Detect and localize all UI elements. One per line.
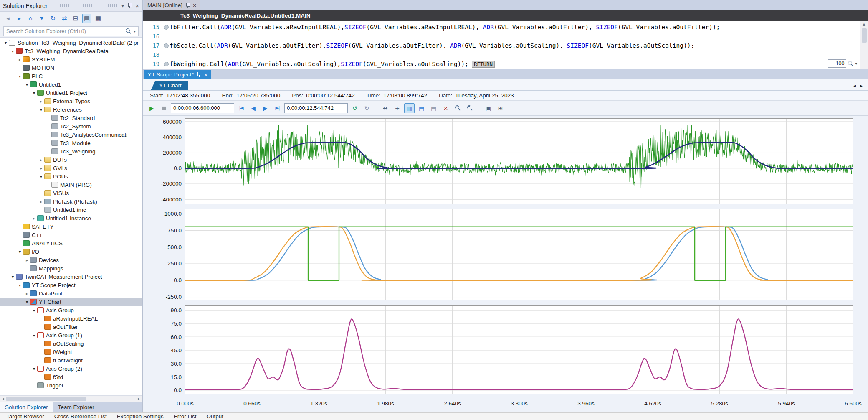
chart-plot[interactable]: 6000004000002000000.0-200000-400000 — [147, 118, 862, 204]
breadcrumb[interactable]: Tc3_Weighing_DynamicRealData.Untitled1.M… — [143, 10, 868, 21]
pin-icon[interactable] — [127, 3, 132, 9]
code-text[interactable]: fbWeighing.Call(ADR(GVL_Variables.aOutSc… — [170, 61, 495, 67]
refresh-view-button[interactable]: ↻ — [362, 103, 372, 113]
expander-icon[interactable]: ▸ — [38, 199, 44, 204]
bottom-tab-exception-settings[interactable]: Exception Settings — [112, 413, 168, 420]
expander-icon[interactable]: ▸ — [24, 291, 30, 296]
expander-icon[interactable]: ▾ — [3, 41, 9, 45]
chart-plot[interactable]: 90.075.060.045.030.015.00.0 — [147, 305, 862, 394]
pause-button[interactable]: ▮▮ — [159, 103, 169, 113]
tree-item-untitled1-instance[interactable]: ▸Untitled1 Instance — [0, 214, 142, 222]
panel-layout-button[interactable]: ⊞ — [495, 103, 506, 113]
tree-item-untitled1[interactable]: ▾Untitled1 — [0, 80, 142, 89]
tree-item-trigger[interactable]: Trigger — [0, 381, 142, 389]
jump-end-button[interactable]: ▶| — [272, 103, 283, 113]
code-line-18[interactable]: 18 — [143, 50, 868, 59]
tree-item-motion[interactable]: MOTION — [0, 64, 142, 72]
tree-item-axis-group-1[interactable]: ▾Axis Group (1) — [0, 331, 142, 339]
view-window-input[interactable] — [171, 103, 234, 113]
pin-icon[interactable] — [185, 2, 190, 8]
tree-item-twincat-measurement-project[interactable]: ▾TwinCAT Measurement Project — [0, 272, 142, 281]
tree-item-fstd[interactable]: fStd — [0, 373, 142, 381]
pin-icon[interactable] — [197, 71, 201, 78]
window-position-icon[interactable]: ▾ — [121, 3, 124, 8]
tree-item-untitled1-project[interactable]: ▾Untitled1 Project — [0, 89, 142, 97]
back-icon[interactable]: ◂ — [3, 14, 13, 23]
tree-item-aoutfilter[interactable]: aOutFilter — [0, 323, 142, 331]
expander-icon[interactable]: ▾ — [10, 275, 16, 279]
tree-item-plc[interactable]: ▾PLC — [0, 72, 142, 80]
code-text[interactable]: fbFilter.Call(ADR(GVL_Variables.aRawInpu… — [170, 24, 720, 31]
scrollbar-thumb[interactable] — [862, 28, 867, 43]
tree-item-tc2-system[interactable]: Tc2_System — [0, 122, 142, 130]
search-input[interactable] — [6, 28, 123, 34]
expander-icon[interactable]: ▾ — [24, 82, 30, 87]
step-forward-button[interactable]: ▶ — [260, 103, 271, 113]
scroll-left-icon[interactable]: ◂ — [0, 397, 6, 401]
close-icon[interactable]: × — [204, 72, 208, 78]
tree-item-axis-group-2[interactable]: ▾Axis Group (2) — [0, 364, 142, 373]
tree-item-solution-tc3-weighing-dynamicrealdata-2-pr[interactable]: ▾Solution 'Tc3_Weighing_DynamicRealData'… — [0, 38, 142, 47]
collapse-all-icon[interactable]: ⊟ — [71, 14, 80, 23]
expander-icon[interactable]: ▾ — [17, 74, 23, 79]
expander-icon[interactable]: ▸ — [24, 258, 30, 262]
tree-item-tc3-analyticscommunicati[interactable]: Tc3_AnalyticsCommunicati — [0, 130, 142, 139]
bottom-tab-cross-reference-list[interactable]: Cross Reference List — [50, 413, 111, 420]
tree-item-tc2-standard[interactable]: Tc2_Standard — [0, 114, 142, 122]
code-line-16[interactable]: 16 — [143, 32, 868, 41]
properties-icon[interactable]: ▦ — [94, 14, 103, 23]
breakpoint-marker[interactable] — [163, 43, 170, 48]
bottom-tab-output[interactable]: Output — [202, 413, 228, 420]
expander-icon[interactable]: ▾ — [31, 308, 37, 313]
expander-icon[interactable]: ▸ — [38, 166, 44, 171]
expander-icon[interactable]: ▾ — [31, 367, 37, 371]
tree-item-yt-scope-project[interactable]: ▾YT Scope Project — [0, 281, 142, 289]
expander-icon[interactable]: ▾ — [38, 107, 44, 112]
tree-item-tc3-module[interactable]: Tc3_Module — [0, 139, 142, 147]
refresh-icon[interactable]: ↻ — [48, 14, 58, 23]
chart-cursor-x-button[interactable]: ▤ — [416, 103, 427, 113]
breakpoint-marker[interactable] — [163, 25, 170, 30]
chart-raw-filter[interactable]: 6000004000002000000.0-200000-400000 — [147, 118, 862, 204]
scrollbar-thumb[interactable] — [6, 397, 86, 401]
tree-item-aoutscaling[interactable]: aOutScaling — [0, 339, 142, 348]
tab-main-online[interactable]: MAIN [Online] × — [144, 0, 200, 10]
tree-item-system[interactable]: ▸SYSTEM — [0, 55, 142, 64]
tree-item-yt-chart[interactable]: ▾YT Chart — [0, 298, 142, 306]
pan-horizontal-button[interactable]: ↔ — [380, 103, 390, 113]
expander-icon[interactable]: ▾ — [24, 300, 30, 304]
tree-item-gvls[interactable]: ▸GVLs — [0, 164, 142, 172]
chart-std[interactable]: 90.075.060.045.030.015.00.0 — [147, 305, 862, 394]
code-line-19[interactable]: 19fbWeighing.Call(ADR(GVL_Variables.aOut… — [143, 59, 868, 69]
tab-yt-chart[interactable]: YT Chart — [151, 81, 188, 90]
chart-plot[interactable]: 1000.0750.0500.0250.00.0-250.0 — [147, 209, 862, 300]
scroll-right-icon[interactable]: ▸ — [136, 397, 142, 401]
code-line-17[interactable]: 17fbScale.Call(ADR(GVL_Variables.aOutFil… — [143, 41, 868, 50]
tree-item-axis-group[interactable]: ▾Axis Group — [0, 306, 142, 314]
tree-item-arawinputlreal[interactable]: aRawInputLREAL — [0, 314, 142, 323]
overview-toggle-button[interactable]: ▥ — [404, 103, 415, 113]
tree-item-duts[interactable]: ▸DUTs — [0, 155, 142, 164]
tree-item-main-prg[interactable]: MAIN (PRG) — [0, 181, 142, 189]
expander-icon[interactable]: ▾ — [31, 333, 37, 338]
tree-item-devices[interactable]: ▸Devices — [0, 256, 142, 264]
scroll-up-icon[interactable]: ▲ — [863, 21, 865, 26]
chart-cursor-y-button[interactable]: ▤ — [428, 103, 439, 113]
tree-item-c[interactable]: C++ — [0, 231, 142, 239]
cursor-mode-button[interactable]: + — [392, 103, 402, 113]
tree-item-references[interactable]: ▾References — [0, 105, 142, 114]
chevron-down-icon[interactable]: ▾ — [134, 29, 136, 33]
reset-view-button[interactable]: ↺ — [349, 103, 360, 113]
expander-icon[interactable]: ▾ — [31, 91, 37, 95]
bottom-tab-error-list[interactable]: Error List — [169, 413, 201, 420]
play-button[interactable]: ▶ — [147, 103, 157, 113]
bottom-tab-target-browser[interactable]: Target Browser — [2, 413, 49, 420]
expander-icon[interactable]: ▾ — [17, 283, 23, 288]
tree-item-tc3-weighing-dynamicrealdata[interactable]: ▾Tc3_Weighing_DynamicRealData — [0, 47, 142, 55]
zoom-level[interactable]: 100 — [828, 59, 846, 68]
expander-icon[interactable]: ▾ — [10, 49, 16, 53]
expander-icon[interactable]: ▸ — [38, 158, 44, 162]
expander-icon[interactable]: ▾ — [17, 249, 23, 254]
tree-item-i-o[interactable]: ▾I/O — [0, 247, 142, 256]
expander-icon[interactable]: ▾ — [38, 174, 44, 179]
